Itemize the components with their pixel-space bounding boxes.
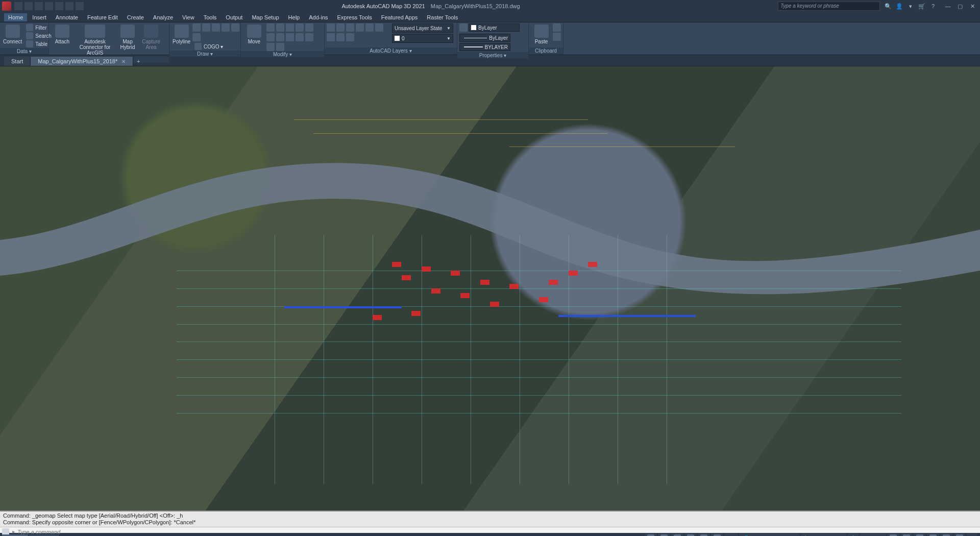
menu-map-setup[interactable]: Map Setup	[248, 13, 283, 21]
lineweight-dropdown[interactable]: BYLAYER	[459, 43, 510, 51]
menu-express-tools[interactable]: Express Tools	[333, 13, 376, 21]
menu-view[interactable]: View	[178, 13, 199, 21]
explode-icon[interactable]	[266, 43, 275, 51]
status-gizmo-icon[interactable]	[887, 533, 899, 536]
menu-annotate[interactable]: Annotate	[52, 13, 82, 21]
layer-uniso-icon[interactable]	[346, 33, 354, 41]
connect-button[interactable]: Connect	[2, 23, 23, 45]
status-units-icon[interactable]	[914, 533, 926, 536]
status-osnap-icon[interactable]	[711, 533, 723, 536]
add-tab-button[interactable]: +	[133, 57, 143, 66]
erase-icon[interactable]	[276, 33, 284, 41]
qat-new-icon[interactable]	[14, 2, 22, 10]
panel-label-data[interactable]: Data ▾	[0, 48, 48, 55]
arcgis-connector-button[interactable]: Autodesk Connector for ArcGIS	[75, 23, 115, 57]
status-grid-icon[interactable]	[658, 533, 670, 536]
scale-icon[interactable]	[305, 33, 313, 41]
qat-redo-icon[interactable]	[76, 2, 84, 10]
status-mode[interactable]: MODEL	[860, 533, 886, 536]
status-custom-icon[interactable]: ≡	[967, 533, 977, 536]
qat-open-icon[interactable]	[24, 2, 33, 10]
menu-create[interactable]: Create	[123, 13, 148, 21]
qat-plot-icon[interactable]	[55, 2, 63, 10]
status-lock-icon[interactable]: 🔒	[847, 533, 859, 536]
layer-state-dropdown[interactable]: Unsaved Layer State▼	[392, 23, 453, 33]
menu-addins[interactable]: Add-ins	[305, 13, 332, 21]
ellipse-icon[interactable]	[231, 23, 239, 32]
menu-analyze[interactable]: Analyze	[149, 13, 177, 21]
line-icon[interactable]	[192, 23, 201, 32]
layer-dropdown[interactable]: 0▼	[392, 34, 453, 43]
minimize-button[interactable]: —	[942, 2, 953, 10]
signin-icon[interactable]: 👤	[895, 2, 903, 10]
map-hybrid-button[interactable]: Map Hybrid	[116, 23, 139, 51]
rotate-icon[interactable]	[266, 23, 275, 32]
qat-save-icon[interactable]	[35, 2, 43, 10]
close-button[interactable]: ✕	[967, 2, 978, 10]
stretch-icon[interactable]	[296, 33, 304, 41]
layer-off-icon[interactable]	[336, 23, 345, 32]
copy-icon[interactable]	[286, 33, 294, 41]
status-modelspace-icon[interactable]	[645, 533, 657, 536]
copy-clip-icon[interactable]	[553, 33, 561, 41]
status-hw-icon[interactable]	[940, 533, 952, 536]
menu-featured-apps[interactable]: Featured Apps	[377, 13, 422, 21]
tab-layout1[interactable]: Layout1	[29, 534, 60, 537]
attach-button[interactable]: Attach	[51, 23, 74, 45]
doctab-file[interactable]: Map_CalgaryWithPlus15_2018*✕	[31, 57, 133, 66]
app-logo-icon[interactable]	[2, 2, 11, 11]
layer-lock-icon[interactable]	[356, 23, 364, 32]
matchprop-icon[interactable]	[459, 23, 468, 32]
tab-model[interactable]: Model	[2, 534, 29, 537]
move-button[interactable]: Move	[243, 23, 265, 45]
menu-raster-tools[interactable]: Raster Tools	[423, 13, 462, 21]
array-icon[interactable]	[266, 33, 275, 41]
hatch-icon[interactable]	[192, 33, 201, 41]
rect-icon[interactable]	[222, 23, 230, 32]
maximize-button[interactable]: ▢	[954, 2, 966, 10]
panel-label-properties[interactable]: Properties ▾	[457, 52, 528, 58]
help-icon[interactable]: ?	[929, 2, 937, 10]
menu-output[interactable]: Output	[222, 13, 247, 21]
drawing-viewport[interactable]	[0, 66, 980, 510]
extend-icon[interactable]	[286, 23, 294, 32]
trim-icon[interactable]	[276, 23, 284, 32]
color-dropdown[interactable]: ByLayer	[469, 23, 520, 32]
layer-isolate-icon[interactable]	[336, 33, 345, 41]
arc-icon[interactable]	[212, 23, 220, 32]
status-polar-icon[interactable]	[698, 533, 710, 536]
doctab-start[interactable]: Start	[4, 57, 31, 66]
linetype-dropdown[interactable]: ByLayer	[459, 34, 510, 42]
polyline-button[interactable]: Polyline	[172, 23, 191, 45]
layer-freeze-icon[interactable]	[346, 23, 354, 32]
offset-icon[interactable]	[276, 43, 284, 51]
status-snap-icon[interactable]	[671, 533, 683, 536]
cut-icon[interactable]	[553, 23, 561, 32]
menu-feature-edit[interactable]: Feature Edit	[83, 13, 122, 21]
add-layout-button[interactable]: +	[60, 534, 71, 536]
status-quick-icon[interactable]	[927, 533, 939, 536]
circle-icon[interactable]	[202, 23, 210, 32]
panel-label-modify[interactable]: Modify ▾	[241, 51, 324, 57]
panel-label-draw[interactable]: Draw ▾	[169, 51, 240, 57]
status-annoscale[interactable]: 1x	[724, 533, 738, 536]
layer-props-icon[interactable]	[327, 23, 335, 32]
qat-saveas-icon[interactable]	[45, 2, 53, 10]
status-scale[interactable]: 📐 1 : 7385.17 ▾	[801, 533, 847, 536]
menu-help[interactable]: Help	[284, 13, 304, 21]
panel-label-layers[interactable]: AutoCAD Layers ▾	[325, 47, 457, 55]
menu-tools[interactable]: Tools	[200, 13, 221, 21]
infocenter-search[interactable]: Type a keyword or phrase	[778, 2, 880, 11]
menu-insert[interactable]: Insert	[28, 13, 51, 21]
layer-make-icon[interactable]	[365, 23, 374, 32]
menu-home[interactable]: Home	[4, 13, 27, 21]
layer-match-icon[interactable]	[375, 23, 383, 32]
fillet-icon[interactable]	[305, 23, 313, 32]
status-coord-system[interactable]: 🌐 CANA83-3TM114 ▾	[739, 533, 800, 536]
cogo-button[interactable]: COGO ▾	[192, 42, 239, 51]
layer-prev-icon[interactable]	[327, 33, 335, 41]
mirror-icon[interactable]	[296, 23, 304, 32]
close-tab-icon[interactable]: ✕	[121, 59, 126, 64]
status-ortho-icon[interactable]	[684, 533, 697, 536]
a360-icon[interactable]: ▾	[906, 2, 915, 10]
